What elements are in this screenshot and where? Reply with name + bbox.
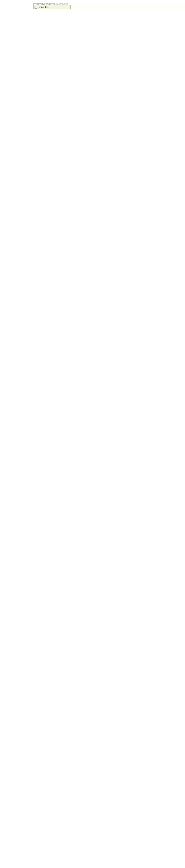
attributes-box: − attributes idThe local identifier of t…	[33, 5, 71, 9]
collapse-icon[interactable]: −	[35, 6, 37, 9]
type-container: − attributes idThe local identifier of t…	[31, 3, 185, 9]
attributes-header: − attributes	[33, 5, 70, 9]
attributes-label: attributes	[39, 6, 49, 8]
